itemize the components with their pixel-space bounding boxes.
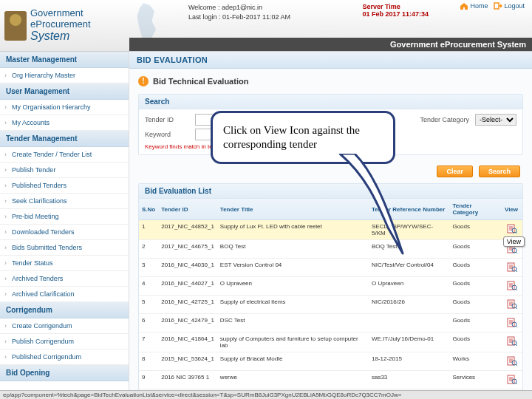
col-view: View [502,199,522,220]
cell-title: EST Version Control 04 [217,259,369,277]
cell-tid: 2016_NIC_44027_1 [158,277,217,296]
cell-ref: NIC/2016/26 [369,296,449,314]
cell-tid: 2015_NIC_53624_1 [158,352,217,371]
cell-cat: Goods [449,240,502,259]
sidebar-item-org-hierarchy-master[interactable]: Org Hierarchy Master [0,68,129,83]
view-icon[interactable] [507,262,517,272]
table-row: 62016_NIC_42479_1DSC TestGoods [139,314,522,332]
view-icon[interactable] [507,355,517,366]
welcome-value: : adep1@nic.in [218,4,262,11]
sidebar-item-my-organisation-hierarchy[interactable]: My Organisation Hierarchy [0,100,129,115]
system-name-bar: Government eProcurement System [129,38,532,51]
cell-cat: Goods [449,220,502,240]
search-panel-header: Search [139,95,522,109]
cell-tid: 2017_NIC_44675_1 [158,240,217,259]
sidebar-item-archived-clarification[interactable]: Archived Clarification [0,287,129,302]
cell-sno: 8 [139,352,158,371]
view-icon[interactable] [507,317,517,327]
cell-sno: 2 [139,240,158,259]
lastlogin-value: : 01-Feb-2017 11:02 AM [219,13,290,21]
cell-tid: 2016_NIC_41864_1 [158,332,217,352]
sidebar-item-published-corrigendum[interactable]: Published Corrigendum [0,349,129,365]
view-tooltip: View [503,236,525,247]
cell-cat: Services [449,371,502,389]
tender-id-label: Tender ID [145,116,189,123]
sidebar-item-publish-corrigendum[interactable]: Publish Corrigendum [0,334,129,349]
sidebar-group-master-management: Master Management [0,52,129,68]
sidebar-item-published-tenders[interactable]: Published Tenders [0,178,129,194]
tender-category-select[interactable]: -Select- [475,114,516,126]
col-sno: S.No [139,199,158,220]
sidebar-group-user-management: User Management [0,83,129,100]
instruction-callout: Click on View Icon against the correspon… [211,111,395,164]
sidebar-item-archived-tenders[interactable]: Archived Tenders [0,271,129,287]
cell-cat: Goods [449,259,502,277]
cell-sno: 4 [139,277,158,296]
bid-evaluation-table: S.No Tender ID Tender Title Tender Refer… [139,199,522,390]
cell-title: Supply of electrical items [217,296,369,314]
home-link[interactable]: Home [460,2,488,10]
table-row: 42016_NIC_44027_1O UpraveenO UpraveenGoo… [139,277,522,296]
search-button[interactable]: Search [479,166,520,177]
cell-cat: Goods [449,277,502,296]
table-row: 92016 NIC 39765 1werwesas33Services [139,371,522,389]
cell-tid: 2016_NIC_42479_1 [158,314,217,332]
logout-link[interactable]: Logout [494,2,525,10]
info-icon: ! [138,76,149,86]
cell-title: O Upraveen [217,277,369,296]
table-row: 52016_NIC_42725_1Supply of electrical it… [139,296,522,314]
cell-cat: Goods [449,332,502,352]
sidebar-item-publish-tender[interactable]: Publish Tender [0,163,129,178]
sidebar-item-my-accounts[interactable]: My Accounts [0,115,129,131]
view-icon[interactable] [507,223,517,233]
national-emblem [4,11,27,41]
cell-cat: Works [449,352,502,371]
browser-statusbar: ep/app?component=%tech&page=BidTechEvalu… [0,390,532,399]
sidebar-item-create-tender-tender-list[interactable]: Create Tender / Tender List [0,147,129,163]
sidebar: Master ManagementOrg Hierarchy MasterUse… [0,52,129,390]
view-icon[interactable] [507,280,517,290]
table-row: 12017_NIC_44852_1Supply of Lux Ft. LED w… [139,220,522,240]
cell-sno: 3 [139,259,158,277]
svg-rect-0 [494,3,499,9]
page-title: BID EVALUATION [129,52,532,69]
cell-tid: 2016_NIC_44030_1 [158,259,217,277]
cell-tid: 2016_NIC_42725_1 [158,296,217,314]
cell-cat: Goods [449,296,502,314]
sidebar-group-bid-opening: Bid Opening [0,365,129,381]
cell-ref: NIC/Test/Ver Control/04 [369,259,449,277]
lastlogin-label: Last login [188,13,217,21]
cell-title: werwe [217,371,369,389]
cell-title: DSC Test [217,314,369,332]
cell-title: Supply of Briacat Modle [217,352,369,371]
cell-cat: Goods [449,314,502,332]
view-icon[interactable] [507,374,517,384]
server-time-value: 01 Feb 2017 11:47:34 [362,10,429,18]
clear-button[interactable]: Clear [437,166,473,177]
cell-ref: 18-12-2015 [369,352,449,371]
col-tender-category: Tender Category [449,199,502,220]
sidebar-group-corrigendum: Corrigendum [0,302,129,318]
view-icon[interactable] [507,299,517,309]
cell-sno: 9 [139,371,158,389]
cell-ref: WE.IT/July'16/Demo-01 [369,332,449,352]
cell-ref: O Upraveen [369,277,449,296]
sidebar-item-pre-bid-meeting[interactable]: Pre-bid Meeting [0,209,129,225]
bid-list-panel-header: Bid Evaluation List [139,184,522,199]
sidebar-item-create-corrigendum[interactable]: Create Corrigendum [0,318,129,334]
tender-category-label: Tender Category [420,116,469,123]
view-icon[interactable] [507,335,517,346]
logout-icon [494,2,502,10]
sidebar-item-downloaded-tenders[interactable]: Downloaded Tenders [0,225,129,240]
cell-tid: 2017_NIC_44852_1 [158,220,217,240]
cell-tid: 2016 NIC 39765 1 [158,371,217,389]
cell-ref [369,314,449,332]
cell-sno: 7 [139,332,158,352]
sidebar-item-tender-status[interactable]: Tender Status [0,256,129,271]
table-row: 32016_NIC_44030_1EST Version Control 04N… [139,259,522,277]
sidebar-item-seek-clarifications[interactable]: Seek Clarifications [0,194,129,209]
page-subtitle: Bid Technical Evaluation [153,77,248,86]
sidebar-group-tender-management: Tender Management [0,131,129,147]
col-tender-id: Tender ID [158,199,217,220]
sidebar-item-bids-submitted-tenders[interactable]: Bids Submitted Tenders [0,240,129,256]
